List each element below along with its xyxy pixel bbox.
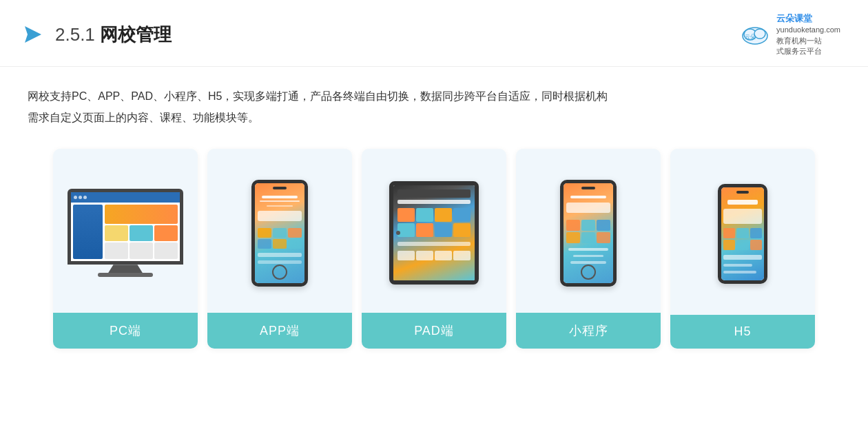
card-miniprogram-image: [516, 149, 661, 313]
desc-line1: 网校支持PC、APP、PAD、小程序、H5，实现多端打通，产品各终端自由切换，数…: [28, 90, 608, 102]
cards-section: PC端: [0, 135, 868, 369]
brand-tagline1: 教育机构一站: [776, 36, 840, 46]
card-pad-label: PAD端: [362, 313, 506, 349]
brand-cloud-icon: 云朵: [739, 21, 771, 48]
section-number: 2.5.1: [55, 24, 95, 45]
card-h5: H5: [670, 149, 815, 349]
brand-tagline2: 式服务云平台: [776, 46, 840, 56]
card-pad: PAD端: [362, 149, 506, 349]
card-app: APP端: [207, 149, 352, 349]
logo-arrow-icon: [21, 22, 45, 47]
description-section: 网校支持PC、APP、PAD、小程序、H5，实现多端打通，产品各终端自由切换，数…: [0, 67, 868, 135]
page-header: 2.5.1 网校管理 云朵 云朵课堂 yunduoketang.com 教育机构…: [0, 0, 868, 67]
phone-mockup-h5: [718, 184, 767, 284]
brand-logo: 云朵 云朵课堂 yunduoketang.com 教育机构一站 式服务云平台: [739, 12, 840, 56]
title-text: 网校管理: [100, 24, 172, 45]
brand-text-block: 云朵课堂 yunduoketang.com 教育机构一站 式服务云平台: [776, 12, 840, 56]
svg-text:云朵: 云朵: [745, 34, 756, 40]
card-h5-image: [670, 149, 815, 315]
card-app-label: APP端: [207, 313, 352, 349]
tablet-mockup: [389, 181, 479, 285]
brand-name: 云朵课堂: [776, 12, 840, 25]
card-miniprogram: 小程序: [516, 149, 661, 349]
brand-site: yunduoketang.com: [776, 25, 840, 35]
card-miniprogram-label: 小程序: [516, 313, 661, 349]
page-wrapper: 2.5.1 网校管理 云朵 云朵课堂 yunduoketang.com 教育机构…: [0, 0, 868, 434]
pc-screen: [68, 189, 183, 265]
svg-point-3: [754, 29, 765, 39]
card-pad-image: [362, 149, 506, 313]
card-h5-label: H5: [670, 315, 815, 349]
description-text: 网校支持PC、APP、PAD、小程序、H5，实现多端打通，产品各终端自由切换，数…: [28, 86, 840, 128]
pc-mockup: [68, 189, 183, 277]
card-pc: PC端: [53, 149, 198, 349]
card-pc-label: PC端: [53, 313, 198, 349]
phone-mockup-mini: [560, 180, 617, 287]
desc-line2: 需求自定义页面上的内容、课程、功能模块等。: [28, 112, 259, 123]
page-title: 2.5.1 网校管理: [55, 23, 172, 47]
phone-mockup-app: [251, 180, 308, 287]
card-pc-image: [53, 149, 198, 313]
card-app-image: [207, 149, 352, 313]
header-left: 2.5.1 网校管理: [21, 22, 172, 47]
svg-marker-0: [25, 26, 41, 43]
